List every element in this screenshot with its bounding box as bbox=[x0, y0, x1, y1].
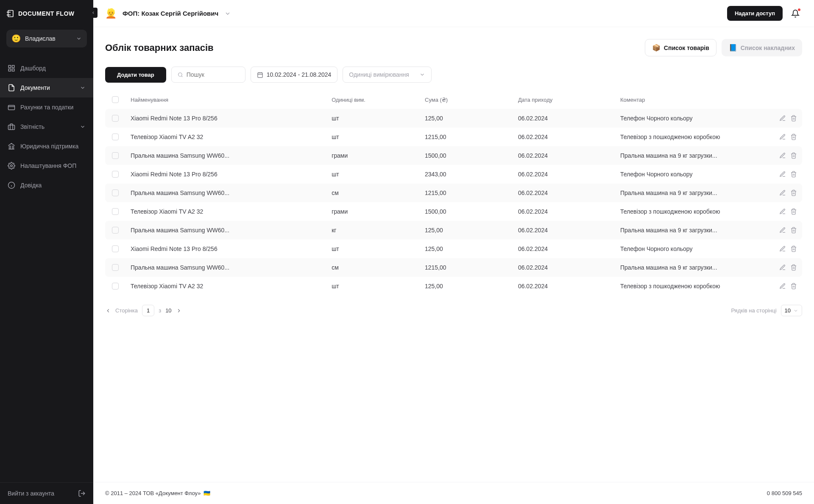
search-field[interactable] bbox=[171, 67, 245, 83]
trash-icon bbox=[790, 134, 797, 140]
topbar: 👱 ФОП: Козак Сергій Сергійович Надати до… bbox=[93, 0, 814, 27]
logo-icon bbox=[6, 9, 15, 18]
row-checkbox[interactable] bbox=[112, 208, 119, 215]
edit-button[interactable] bbox=[779, 283, 786, 290]
logout-icon bbox=[78, 490, 86, 497]
toolbar: Додати товар 10.02.2024 - 21.08.2024 Оди… bbox=[105, 67, 802, 83]
page-header: Облік товарних запасів 📦 Список товарів … bbox=[105, 39, 802, 56]
edit-button[interactable] bbox=[779, 208, 786, 215]
nav-reports[interactable]: Звітність bbox=[0, 117, 93, 136]
user-avatar-emoji: 🙂 bbox=[11, 34, 21, 43]
table-row[interactable]: Xiaomi Redmi Note 13 Pro 8/256шт2343,000… bbox=[105, 165, 802, 184]
nav-legal[interactable]: Юридична підтримка bbox=[0, 136, 93, 156]
tab-invoices[interactable]: 📘 Список накладних bbox=[722, 39, 802, 56]
delete-button[interactable] bbox=[790, 208, 797, 215]
cell-comment: Пральна машина на 9 кг загрузки... bbox=[620, 189, 764, 196]
org-name: ФОП: Козак Сергій Сергійович bbox=[123, 10, 218, 17]
date-range-picker[interactable]: 10.02.2024 - 21.08.2024 bbox=[251, 67, 338, 83]
delete-button[interactable] bbox=[790, 152, 797, 159]
logout-button[interactable]: Вийти з аккаунта bbox=[0, 482, 93, 504]
row-checkbox[interactable] bbox=[112, 171, 119, 178]
cell-sum: 2343,00 bbox=[425, 171, 515, 178]
brand-logo[interactable]: DOCUMENT FLOW bbox=[0, 0, 93, 27]
row-checkbox[interactable] bbox=[112, 115, 119, 122]
rows-per-page-select[interactable]: 10 bbox=[781, 305, 802, 316]
search-input[interactable] bbox=[187, 71, 239, 78]
cell-unit: грами bbox=[332, 152, 421, 159]
svg-line-15 bbox=[181, 75, 182, 76]
nav-accounts[interactable]: Рахунки та податки bbox=[0, 97, 93, 117]
edit-button[interactable] bbox=[779, 171, 786, 178]
row-checkbox[interactable] bbox=[112, 189, 119, 196]
wallet-icon bbox=[8, 103, 15, 111]
tab-goods[interactable]: 📦 Список товарів bbox=[645, 39, 716, 56]
delete-button[interactable] bbox=[790, 134, 797, 140]
edit-button[interactable] bbox=[779, 152, 786, 159]
cell-comment: Телефон Чорного кольору bbox=[620, 115, 764, 122]
nav-dashboard[interactable]: Дашборд bbox=[0, 58, 93, 78]
delete-button[interactable] bbox=[790, 264, 797, 271]
edit-button[interactable] bbox=[779, 115, 786, 122]
table-row[interactable]: Телевізор Xiaomi TV A2 32шт1215,0006.02.… bbox=[105, 128, 802, 146]
grid-icon bbox=[8, 64, 15, 72]
table-row[interactable]: Xiaomi Redmi Note 13 Pro 8/256шт125,0006… bbox=[105, 239, 802, 258]
col-comment: Коментар bbox=[620, 97, 764, 103]
footer: © 2011 – 2024 ТОВ «Документ Флоу» 🇺🇦 0 8… bbox=[93, 482, 814, 504]
row-checkbox[interactable] bbox=[112, 264, 119, 271]
table-row[interactable]: Xiaomi Redmi Note 13 Pro 8/256шт125,0006… bbox=[105, 109, 802, 128]
delete-button[interactable] bbox=[790, 227, 797, 234]
delete-button[interactable] bbox=[790, 171, 797, 178]
edit-button[interactable] bbox=[779, 189, 786, 196]
cell-name: Xiaomi Redmi Note 13 Pro 8/256 bbox=[131, 115, 328, 122]
delete-button[interactable] bbox=[790, 245, 797, 252]
edit-button[interactable] bbox=[779, 134, 786, 140]
nav-label: Документи bbox=[20, 84, 75, 91]
table-row[interactable]: Пральна машина Samsung WW60...см1215,000… bbox=[105, 184, 802, 202]
cell-unit: см bbox=[332, 264, 421, 271]
table-row[interactable]: Пральна машина Samsung WW60...кг125,0006… bbox=[105, 221, 802, 239]
nav-documents[interactable]: Документи bbox=[0, 78, 93, 97]
nav-help[interactable]: Довідка bbox=[0, 175, 93, 195]
pencil-icon bbox=[779, 227, 786, 234]
user-selector[interactable]: 🙂 Владислав bbox=[6, 30, 87, 47]
products-table: Найменування Одиниці вим. Сума (₴) Дата … bbox=[105, 90, 802, 295]
delete-button[interactable] bbox=[790, 189, 797, 196]
col-sum: Сума (₴) bbox=[425, 97, 515, 103]
table-row[interactable]: Телевізор Xiaomi TV A2 32шт125,0006.02.2… bbox=[105, 277, 802, 295]
delete-button[interactable] bbox=[790, 115, 797, 122]
sidebar-collapse-button[interactable] bbox=[89, 8, 98, 18]
pencil-icon bbox=[779, 245, 786, 252]
page-label: Сторінка bbox=[115, 307, 138, 314]
table-row[interactable]: Пральна машина Samsung WW60...грами1500,… bbox=[105, 146, 802, 165]
cell-unit: шт bbox=[332, 245, 421, 252]
cell-comment: Телевізор з пошкодженою коробкою bbox=[620, 208, 764, 215]
units-select[interactable]: Одиниці вимірювання bbox=[343, 67, 432, 83]
edit-button[interactable] bbox=[779, 227, 786, 234]
notebook-icon: 📘 bbox=[729, 44, 737, 52]
grant-access-button[interactable]: Надати доступ bbox=[727, 6, 783, 21]
nav-settings[interactable]: Налаштування ФОП bbox=[0, 156, 93, 175]
table-row[interactable]: Телевізор Xiaomi TV A2 32грами1500,0006.… bbox=[105, 202, 802, 221]
prev-page-button[interactable] bbox=[105, 308, 111, 314]
row-checkbox[interactable] bbox=[112, 245, 119, 252]
row-checkbox[interactable] bbox=[112, 283, 119, 290]
row-checkbox[interactable] bbox=[112, 227, 119, 234]
row-checkbox[interactable] bbox=[112, 152, 119, 159]
add-product-button[interactable]: Додати товар bbox=[105, 67, 166, 83]
next-page-button[interactable] bbox=[176, 308, 182, 314]
chevron-down-icon[interactable] bbox=[224, 10, 231, 17]
pencil-icon bbox=[779, 283, 786, 290]
notifications-button[interactable] bbox=[789, 7, 802, 20]
nav-label: Налаштування ФОП bbox=[20, 162, 86, 169]
copyright: © 2011 – 2024 ТОВ «Документ Флоу» bbox=[105, 490, 201, 496]
row-checkbox[interactable] bbox=[112, 134, 119, 140]
rows-value: 10 bbox=[785, 307, 791, 314]
delete-button[interactable] bbox=[790, 283, 797, 290]
chevron-down-icon bbox=[80, 124, 86, 130]
select-all-checkbox[interactable] bbox=[112, 96, 119, 103]
svg-point-14 bbox=[178, 72, 182, 76]
table-row[interactable]: Пральна машина Samsung WW60...см1215,000… bbox=[105, 258, 802, 277]
svg-rect-5 bbox=[8, 69, 11, 71]
edit-button[interactable] bbox=[779, 264, 786, 271]
edit-button[interactable] bbox=[779, 245, 786, 252]
